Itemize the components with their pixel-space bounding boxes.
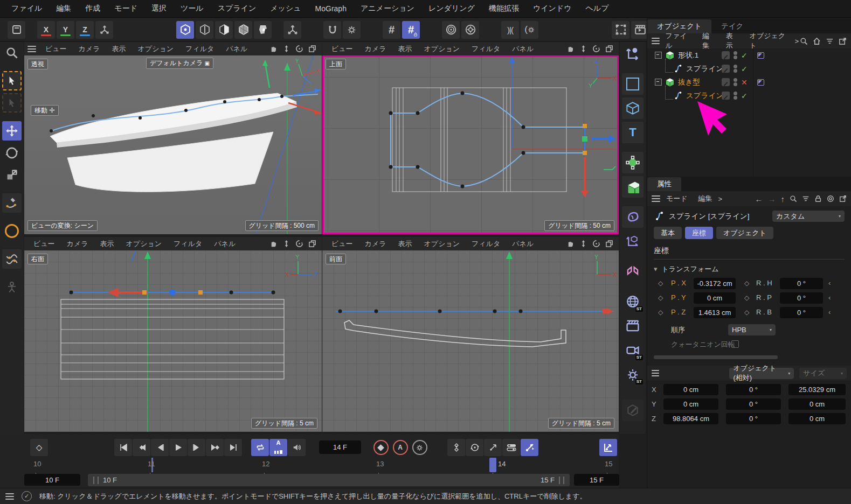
vp-menu-panel[interactable]: パネル [506, 239, 539, 249]
coord-y-rot[interactable]: 0 ° [726, 398, 781, 410]
next-key-button[interactable] [206, 439, 224, 456]
menu-tools[interactable]: ツール [174, 4, 211, 13]
tab-object[interactable]: オブジェクト [716, 227, 773, 239]
vp-menu-filter[interactable]: フィルタ [168, 239, 208, 249]
vp-menu-display[interactable]: 表示 [392, 239, 418, 249]
material-button[interactable] [622, 400, 644, 421]
menu-animation[interactable]: アニメーション [354, 4, 421, 13]
tree-row-shape1[interactable]: 形状.1 ✓ [647, 48, 851, 62]
lock-x-axis-button[interactable]: X [37, 21, 55, 39]
toggle-view-icon[interactable] [605, 45, 613, 53]
make-editable-button[interactable] [442, 21, 460, 39]
prev-frame-button[interactable] [151, 439, 169, 456]
next-frame-button[interactable] [188, 439, 205, 456]
generator-cross-icon[interactable]: ✕ [741, 78, 748, 87]
coord-y-pos[interactable]: 0 cm [663, 398, 718, 410]
vp-menu-view[interactable]: ビュー [27, 239, 61, 249]
live-selection-button[interactable] [2, 71, 22, 90]
coordinate-system-button[interactable] [95, 21, 113, 39]
menu-file[interactable]: ファイル [4, 4, 49, 13]
filter-icon[interactable] [802, 195, 810, 202]
vp-menu-options[interactable]: オプション [120, 239, 168, 249]
light-button[interactable]: ST [622, 363, 644, 385]
tweak-mode-button[interactable] [283, 21, 301, 39]
menu-create[interactable]: 作成 [78, 4, 107, 13]
pan-hand-icon[interactable] [566, 45, 575, 53]
fcurve-editor-button[interactable] [599, 439, 617, 456]
undo-history-button[interactable] [8, 21, 25, 39]
om-burger-icon[interactable] [652, 36, 660, 46]
tree-row-spline2[interactable]: スプライン ✓ [647, 89, 851, 102]
vp-menu-panel[interactable]: パネル [208, 239, 241, 249]
orbit-icon[interactable] [592, 45, 600, 53]
viewport-top[interactable]: ビュー カメラ 表示 オプション フィルタ パネル [322, 42, 619, 234]
visibility-dots-icon[interactable] [734, 51, 737, 60]
snap-settings-button[interactable] [343, 21, 361, 39]
object-name[interactable]: 形状.1 [678, 51, 698, 60]
vp-menu-filter[interactable]: フィルタ [466, 239, 506, 249]
points-mode-button[interactable] [176, 21, 194, 39]
menu-window[interactable]: ウインドウ [526, 4, 579, 13]
rb-input[interactable]: 0 ° [780, 307, 823, 318]
front-canvas[interactable]: Y X 前面 グリッド間隔 : 5 cm [322, 250, 619, 432]
vp-menu-filter[interactable]: フィルタ [466, 44, 506, 54]
goto-start-button[interactable] [114, 439, 132, 456]
polygon-mode-button[interactable] [215, 21, 233, 39]
visibility-dots-icon[interactable] [734, 78, 737, 87]
axis-settings-button[interactable]: ( [521, 21, 538, 39]
am-menu-edit[interactable]: 編集 [694, 194, 717, 204]
enable-toggle-icon[interactable] [722, 65, 730, 73]
texture-mode-button[interactable] [254, 21, 272, 39]
coord-z-pos[interactable]: 98.8064 cm [663, 413, 718, 424]
visibility-dots-icon[interactable] [734, 91, 737, 100]
nav-up-icon[interactable]: ↑ [781, 194, 785, 204]
perspective-canvas[interactable]: X Y 透視 デフォルトカメラ ▣ 移動 ビューの変換: シーン グリッド間隔 … [24, 55, 322, 234]
toggle-view-icon[interactable] [605, 240, 613, 248]
tab-attributes[interactable]: 属性 [647, 177, 681, 191]
vp-menu-display[interactable]: 表示 [392, 44, 418, 54]
spinner-left-icon[interactable]: ‹ [828, 279, 831, 287]
vp-menu-view[interactable]: ビュー [326, 239, 359, 249]
key-position-button[interactable] [447, 439, 465, 456]
object-name[interactable]: 抜き型 [678, 78, 700, 87]
goto-end-button[interactable] [224, 439, 242, 456]
key-scale-button[interactable] [484, 439, 502, 456]
vp-menu-options[interactable]: オプション [418, 44, 466, 54]
om-menu-object[interactable]: オブジェクト [745, 31, 794, 51]
vp-menu-panel[interactable]: パネル [220, 44, 253, 54]
om-menu-overflow[interactable]: > [794, 37, 799, 45]
camera-label[interactable]: デフォルトカメラ ▣ [146, 58, 213, 69]
rectangle-selection-button[interactable] [2, 93, 22, 113]
vp-menu-display[interactable]: 表示 [94, 239, 120, 249]
spinner-left-icon[interactable]: ‹ [828, 293, 831, 302]
filter-icon[interactable] [826, 37, 834, 45]
menu-mograph[interactable]: MoGraph [308, 4, 354, 13]
menu-help[interactable]: ヘルプ [579, 4, 616, 13]
circle-primitive-button[interactable] [2, 221, 22, 241]
timeline-ruler[interactable]: 10 11 12 13 14 15 [0, 457, 619, 474]
spinner-left-icon[interactable]: ‹ [828, 308, 831, 316]
toggle-view-icon[interactable] [308, 240, 316, 248]
viewport-right[interactable]: ビュー カメラ 表示 オプション フィルタ パネル [24, 237, 322, 432]
menu-render[interactable]: レンダリング [421, 4, 482, 13]
coord-burger-icon[interactable] [652, 368, 659, 378]
enable-toggle-icon[interactable] [722, 51, 730, 59]
vp-menu-options[interactable]: オプション [418, 239, 466, 249]
vp-menu-view[interactable]: ビュー [326, 44, 359, 54]
model-mode-button[interactable] [234, 21, 252, 39]
stage-button[interactable] [622, 315, 644, 337]
pan-hand-icon[interactable] [269, 45, 278, 53]
keying-settings-button[interactable] [411, 439, 428, 456]
py-input[interactable]: 0 cm [694, 292, 736, 304]
popout-icon[interactable] [839, 195, 847, 202]
range-start-field[interactable]: 10 F [24, 474, 80, 486]
layer-flag-icon[interactable] [757, 52, 764, 59]
text-primitive-button[interactable]: T [622, 122, 644, 143]
pan-hand-icon[interactable] [269, 240, 278, 248]
keyframe-dot-icon[interactable]: ◇ [744, 309, 749, 316]
key-pla-button[interactable] [521, 439, 538, 456]
coord-z-scale[interactable]: 0 cm [788, 413, 846, 424]
lock-y-axis-button[interactable]: Y [57, 21, 74, 39]
vp-menu-camera[interactable]: カメラ [73, 44, 106, 54]
spline-smooth-button[interactable] [2, 249, 22, 269]
